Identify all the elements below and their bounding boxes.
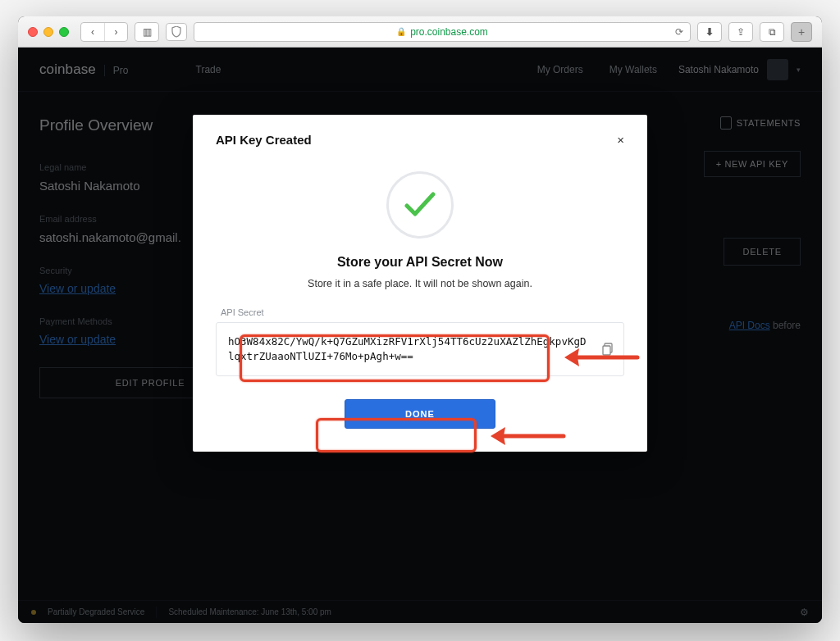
browser-toolbar: ‹ › ▥ 🔒 pro.coinbase.com ⟳ ⬇ ⇪ ⧉ + <box>18 16 822 48</box>
close-icon[interactable]: × <box>617 133 624 147</box>
tabs-icon[interactable]: ⧉ <box>760 23 783 41</box>
api-secret-value: hO3W84x82C/YwQ/k+Q7GZuMXizRFV1rXlj54TT6c… <box>228 335 587 362</box>
close-window-icon[interactable] <box>28 27 38 37</box>
maximize-window-icon[interactable] <box>59 27 69 37</box>
checkmark-icon <box>404 191 436 219</box>
back-button[interactable]: ‹ <box>81 23 104 41</box>
sidebar-toggle-icon[interactable]: ▥ <box>135 23 158 41</box>
window-controls <box>28 27 69 37</box>
api-secret-label: API Secret <box>221 307 624 317</box>
share-icon[interactable]: ⇪ <box>729 23 752 41</box>
lock-icon: 🔒 <box>396 27 406 36</box>
success-icon-wrap <box>216 171 624 239</box>
new-tab-button[interactable]: + <box>791 22 812 42</box>
downloads-icon[interactable]: ⬇ <box>698 23 721 41</box>
copy-icon[interactable] <box>602 343 614 356</box>
modal-title: API Key Created <box>216 133 312 147</box>
nav-buttons: ‹ › <box>80 22 128 42</box>
success-circle <box>386 171 454 239</box>
shield-icon[interactable] <box>166 23 187 41</box>
forward-button[interactable]: › <box>104 23 127 41</box>
modal-heading: Store your API Secret Now <box>216 255 624 270</box>
api-secret-box: hO3W84x82C/YwQ/k+Q7GZuMXizRFV1rXlj54TT6c… <box>216 322 624 376</box>
url-text: pro.coinbase.com <box>410 26 488 38</box>
done-button[interactable]: DONE <box>345 399 495 429</box>
url-bar[interactable]: 🔒 pro.coinbase.com ⟳ <box>194 22 691 42</box>
minimize-window-icon[interactable] <box>43 27 53 37</box>
reload-icon[interactable]: ⟳ <box>675 26 683 38</box>
svg-rect-1 <box>603 346 610 355</box>
modal-subtext: Store it in a safe place. It will not be… <box>216 278 624 289</box>
sidebar-button-group: ▥ <box>135 22 159 42</box>
browser-window: ‹ › ▥ 🔒 pro.coinbase.com ⟳ ⬇ ⇪ ⧉ + c <box>18 16 822 623</box>
api-key-created-modal: API Key Created × Store your API Secret … <box>193 115 647 452</box>
